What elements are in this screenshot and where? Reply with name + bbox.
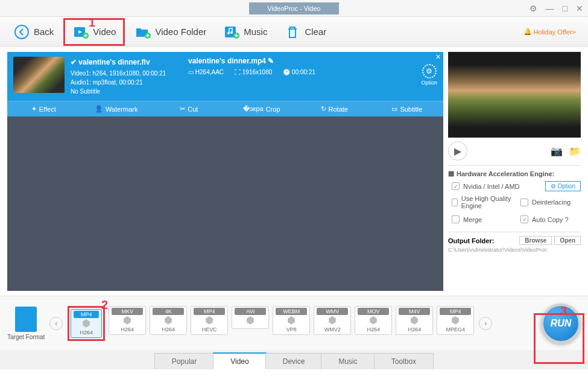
video-icon — [72, 24, 89, 40]
wand-icon: ✦ — [31, 105, 37, 113]
file-card[interactable]: ✔ valentine's dinner.flv Video1: h264, 1… — [7, 52, 443, 116]
window-title: VideoProc - Video — [249, 2, 338, 14]
close-icon[interactable]: ✕ — [576, 4, 583, 13]
format-item-4k-h264[interactable]: 4K⬢H264 — [150, 306, 187, 341]
svg-point-5 — [227, 32, 230, 34]
output-path: C:\Users\Administrator\Videos\VideoProc — [448, 247, 581, 253]
format-item-mov-h264[interactable]: MOV⬢H264 — [355, 306, 392, 341]
format-item-mp4-h264[interactable]: MP4⬢H264 — [68, 306, 105, 341]
duration-info: 🕐 00:00:21 — [283, 69, 315, 75]
play-button[interactable]: ▶ — [448, 141, 467, 161]
format-prev-button[interactable]: ‹ — [49, 317, 63, 330]
hw-vendors-checkbox[interactable]: ✓ — [452, 182, 460, 190]
maximize-icon[interactable]: □ — [563, 4, 567, 13]
file-actions: ✦Effect 👤Watermark ✂Cut �экраCrop ↻Rotat… — [7, 101, 443, 116]
hardware-section: ▦Hardware Acceleration Engine: ✓ Nvidia … — [448, 165, 581, 227]
hq-checkbox[interactable] — [452, 199, 458, 206]
effect-button[interactable]: ✦Effect — [7, 101, 80, 116]
svg-point-0 — [15, 25, 28, 39]
gear-icon: ⚙ — [422, 64, 437, 78]
toolbar: Back Video Video Folder Music Clear 🔔 Ho… — [0, 17, 588, 47]
edit-icon[interactable]: ✎ — [268, 57, 274, 65]
person-icon: 👤 — [95, 105, 103, 113]
clear-button[interactable]: Clear — [277, 20, 334, 44]
trash-icon — [284, 24, 301, 40]
add-video-folder-button[interactable]: Video Folder — [127, 20, 213, 44]
titlebar: VideoProc - Video ⚙ — □ ✕ — [0, 0, 588, 17]
merge-checkbox[interactable] — [452, 215, 460, 223]
category-tabs: PopularVideoDeviceMusicToolbox — [0, 350, 588, 369]
crop-button[interactable]: �экраCrop — [226, 101, 299, 116]
right-panel: ▶ 📷 📁 ▦Hardware Acceleration Engine: ✓ N… — [443, 47, 588, 296]
tab-video[interactable]: Video — [213, 352, 266, 369]
subtitle-icon: ▭ — [391, 105, 397, 113]
format-strip: Target Format ‹ MP4⬢H264MKV⬢H2644K⬢H264M… — [0, 296, 588, 350]
format-item-avi-[interactable]: AVI⬢ — [232, 306, 269, 341]
tab-toolbox[interactable]: Toolbox — [374, 353, 434, 369]
run-button[interactable]: RUN — [541, 304, 581, 343]
music-icon — [223, 24, 240, 40]
format-next-button[interactable]: › — [479, 317, 492, 330]
preview-image — [448, 52, 581, 138]
format-item-mp4-hevc[interactable]: MP4⬢HEVC — [191, 306, 228, 341]
minimize-icon[interactable]: — — [546, 4, 554, 13]
add-video-button[interactable]: Video — [63, 18, 125, 46]
back-button[interactable]: Back — [6, 20, 61, 44]
holiday-offer-link[interactable]: 🔔 Holiday Offer> — [523, 28, 576, 36]
autocopy-checkbox[interactable]: ✓ — [520, 215, 528, 223]
browse-button[interactable]: Browse — [519, 236, 552, 245]
snapshot-icon[interactable]: 📷 — [551, 145, 563, 157]
main-area: ✔ valentine's dinner.flv Video1: h264, 1… — [0, 47, 588, 296]
target-info: valentine's dinner.mp4 ✎ ▭ H264,AAC ⛶ 19… — [188, 57, 437, 96]
format-item-webm-vp8[interactable]: WEBM⬢VP8 — [273, 306, 310, 341]
format-item-m4v-h264[interactable]: M4V⬢H264 — [396, 306, 433, 341]
target-format-label: Target Format — [7, 307, 45, 340]
output-section: Output Folder: Browse Open C:\Users\Admi… — [448, 232, 581, 253]
back-icon — [13, 24, 30, 40]
deint-checkbox[interactable] — [520, 199, 528, 206]
add-music-button[interactable]: Music — [216, 20, 274, 44]
format-item-wmv-wmv2[interactable]: WMV⬢WMV2 — [314, 306, 351, 341]
file-list-panel: ✔ valentine's dinner.flv Video1: h264, 1… — [7, 52, 443, 291]
check-icon: ✔ — [71, 58, 77, 66]
cut-button[interactable]: ✂Cut — [153, 101, 226, 116]
chip-icon: ▦ — [448, 170, 454, 177]
target-format-icon — [15, 307, 37, 332]
file-thumbnail — [13, 57, 65, 93]
open-button[interactable]: Open — [554, 236, 581, 245]
resolution-info: ⛶ 1916x1080 — [235, 69, 272, 75]
bell-icon: 🔔 — [523, 28, 532, 36]
codec-option-button[interactable]: ⚙ Option — [421, 64, 437, 86]
hw-option-button[interactable]: ⚙Option — [545, 181, 581, 191]
format-item-mp4-mpeg4[interactable]: MP4⬢MPEG4 — [437, 306, 474, 341]
tab-popular[interactable]: Popular — [154, 353, 214, 369]
rotate-icon: ↻ — [321, 105, 326, 113]
crop-icon: �экра — [243, 105, 264, 113]
tab-device[interactable]: Device — [265, 353, 323, 369]
format-item-mkv-h264[interactable]: MKV⬢H264 — [109, 306, 146, 341]
folder-icon — [134, 24, 151, 40]
settings-icon[interactable]: ⚙ — [530, 4, 537, 13]
watermark-button[interactable]: 👤Watermark — [80, 101, 153, 116]
subtitle-button[interactable]: ▭Subtitle — [371, 101, 444, 116]
rotate-button[interactable]: ↻Rotate — [298, 101, 371, 116]
source-info: ✔ valentine's dinner.flv Video1: h264, 1… — [71, 57, 182, 96]
window-controls: ⚙ — □ ✕ — [530, 4, 583, 13]
open-folder-icon[interactable]: 📁 — [569, 145, 581, 157]
scissors-icon: ✂ — [180, 105, 185, 113]
gear-icon: ⚙ — [551, 183, 556, 189]
tab-music[interactable]: Music — [321, 353, 375, 369]
codec-info: ▭ H264,AAC — [188, 69, 224, 75]
svg-point-6 — [230, 31, 233, 34]
remove-file-button[interactable]: ✕ — [435, 53, 441, 61]
